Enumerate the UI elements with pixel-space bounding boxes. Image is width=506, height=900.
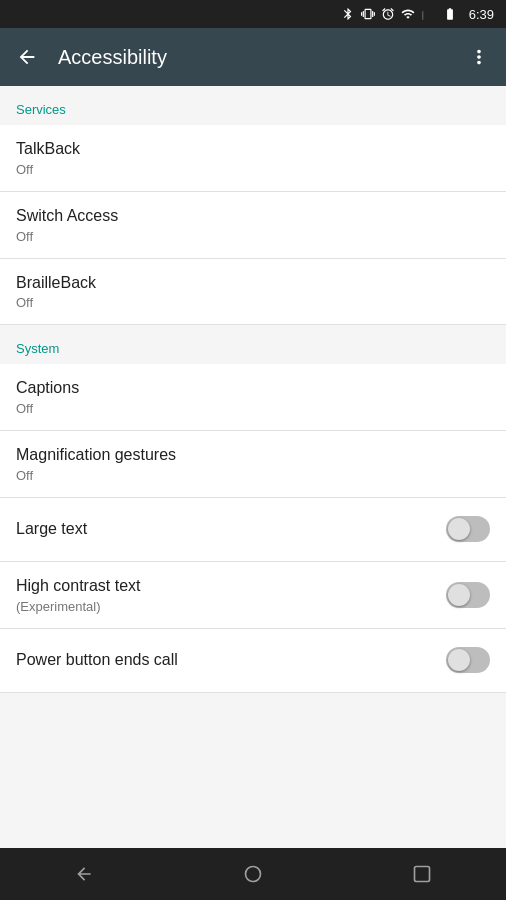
signal-icon [421, 7, 435, 21]
section-header-services: Services [0, 86, 506, 125]
back-nav-button[interactable] [54, 854, 114, 894]
talkback-title: TalkBack [16, 139, 490, 160]
high-contrast-title: High contrast text [16, 576, 434, 597]
magnification-title: Magnification gestures [16, 445, 490, 466]
large-text-toggle[interactable] [446, 516, 490, 542]
captions-subtitle: Off [16, 401, 490, 416]
bluetooth-icon [341, 7, 355, 21]
magnification-item[interactable]: Magnification gestures Off [0, 431, 506, 498]
svg-rect-1 [414, 867, 429, 882]
large-text-item[interactable]: Large text [0, 498, 506, 562]
alarm-icon [381, 7, 395, 21]
power-button-item[interactable]: Power button ends call [0, 629, 506, 693]
page-title: Accessibility [58, 46, 468, 69]
vibrate-icon [361, 7, 375, 21]
back-button[interactable] [16, 46, 38, 68]
app-bar: Accessibility [0, 28, 506, 86]
magnification-subtitle: Off [16, 468, 490, 483]
status-icons: 6:39 [341, 7, 494, 22]
high-contrast-toggle[interactable] [446, 582, 490, 608]
high-contrast-item[interactable]: High contrast text (Experimental) [0, 562, 506, 629]
svg-point-0 [245, 867, 260, 882]
status-bar: 6:39 [0, 0, 506, 28]
brailleback-subtitle: Off [16, 295, 490, 310]
large-text-title: Large text [16, 519, 434, 540]
wifi-icon [401, 7, 415, 21]
home-nav-button[interactable] [223, 854, 283, 894]
battery-icon [441, 7, 459, 21]
more-options-button[interactable] [468, 46, 490, 68]
brailleback-title: BrailleBack [16, 273, 490, 294]
switch-access-subtitle: Off [16, 229, 490, 244]
power-button-toggle-thumb [448, 649, 470, 671]
high-contrast-subtitle: (Experimental) [16, 599, 434, 614]
talkback-item[interactable]: TalkBack Off [0, 125, 506, 192]
talkback-subtitle: Off [16, 162, 490, 177]
switch-access-title: Switch Access [16, 206, 490, 227]
recents-nav-button[interactable] [392, 854, 452, 894]
high-contrast-toggle-thumb [448, 584, 470, 606]
navigation-bar [0, 848, 506, 900]
large-text-toggle-thumb [448, 518, 470, 540]
brailleback-item[interactable]: BrailleBack Off [0, 259, 506, 326]
captions-item[interactable]: Captions Off [0, 364, 506, 431]
captions-title: Captions [16, 378, 490, 399]
section-header-system: System [0, 325, 506, 364]
status-time: 6:39 [469, 7, 494, 22]
power-button-toggle[interactable] [446, 647, 490, 673]
power-button-title: Power button ends call [16, 650, 434, 671]
switch-access-item[interactable]: Switch Access Off [0, 192, 506, 259]
content-area: Services TalkBack Off Switch Access Off … [0, 86, 506, 848]
